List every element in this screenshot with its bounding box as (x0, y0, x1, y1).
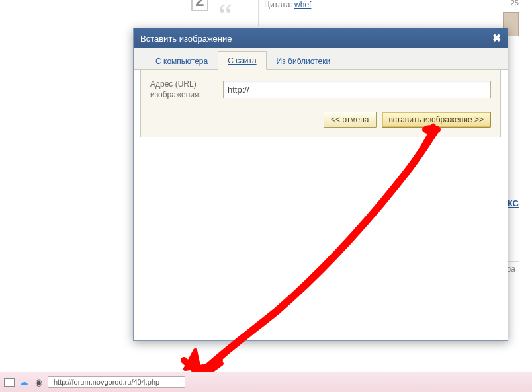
url-row: Адрес (URL) изображения: (150, 79, 491, 100)
thumb-date: 25 (511, 0, 519, 7)
taskbar: ☁ ◉ http://forum.novgorod.ru/404.php (0, 372, 532, 392)
url-label-line2: изображения: (150, 90, 201, 99)
tab-from-site[interactable]: С сайта (218, 51, 266, 70)
tab-bar: С компьютера С сайта Из библиотеки (134, 48, 508, 70)
cite-author-link[interactable]: whef (294, 0, 311, 9)
close-icon[interactable]: ✖ (492, 33, 501, 44)
button-row: << отмена вставить изображение >> (150, 112, 491, 128)
url-label: Адрес (URL) изображения: (150, 79, 216, 100)
cloud-icon[interactable]: ☁ (19, 377, 29, 387)
tab-from-library[interactable]: Из библиотеки (267, 52, 340, 70)
insert-image-dialog: Вставить изображение ✖ С компьютера С са… (133, 28, 508, 341)
vote-count: 2 (191, 0, 208, 11)
url-label-line1: Адрес (URL) (150, 79, 197, 89)
dialog-body: С компьютера С сайта Из библиотеки Адрес… (134, 48, 508, 137)
form-area: Адрес (URL) изображения: << отмена встав… (140, 70, 501, 137)
image-url-input[interactable] (223, 81, 491, 98)
dialog-titlebar[interactable]: Вставить изображение ✖ (134, 28, 508, 48)
cite-line: Цитата: whef (258, 0, 519, 26)
insert-image-button[interactable]: вставить изображение >> (382, 112, 491, 128)
globe-icon[interactable]: ◉ (33, 377, 44, 387)
tab-from-computer[interactable]: С компьютера (146, 52, 218, 70)
status-url: http://forum.novgorod.ru/404.php (48, 376, 185, 388)
window-icon[interactable] (4, 378, 15, 387)
vote-widget: 2 (187, 0, 213, 11)
dialog-title-text: Вставить изображение (140, 34, 232, 44)
cancel-button[interactable]: << отмена (324, 112, 376, 128)
cite-prefix: Цитата: (264, 0, 294, 9)
